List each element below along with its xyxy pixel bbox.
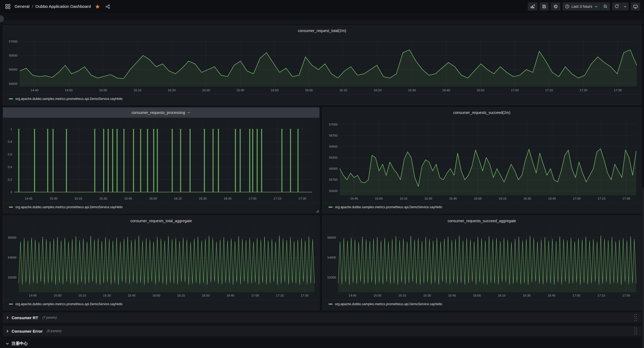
zoom-out-time-button[interactable] bbox=[601, 2, 610, 11]
svg-text:16:30: 16:30 bbox=[202, 294, 210, 297]
svg-text:56000: 56000 bbox=[327, 236, 336, 239]
panel-title-bar[interactable]: consumer_request_total(2m) bbox=[3, 26, 641, 36]
time-series-plot[interactable]: 14:4515:0015:1515:3015:4516:0016:1516:30… bbox=[3, 118, 319, 203]
svg-text:0.2: 0.2 bbox=[8, 178, 12, 181]
panel-title-bar[interactable]: consumer_requests_succeed_aggregate bbox=[323, 216, 641, 226]
save-icon bbox=[542, 4, 546, 9]
svg-text:16:45: 16:45 bbox=[548, 197, 556, 200]
panel-title: consumer_requests_succeed_aggregate bbox=[448, 219, 516, 223]
svg-text:17:30: 17:30 bbox=[614, 89, 622, 92]
svg-text:15:00: 15:00 bbox=[375, 197, 383, 200]
save-dashboard-button[interactable] bbox=[540, 2, 549, 11]
scrollbar-thumb[interactable] bbox=[642, 187, 644, 348]
svg-text:15:15: 15:15 bbox=[78, 294, 86, 297]
svg-text:16:15: 16:15 bbox=[498, 294, 506, 297]
svg-text:15:50: 15:50 bbox=[271, 89, 279, 92]
time-series-plot[interactable]: 14:4515:0015:1515:3015:4516:0016:1516:30… bbox=[3, 226, 319, 300]
svg-text:16:45: 16:45 bbox=[224, 197, 232, 200]
svg-text:17:20: 17:20 bbox=[580, 89, 587, 92]
svg-text:14:45: 14:45 bbox=[349, 294, 357, 297]
panel-title-bar[interactable]: consumer_requests_total_aggregate bbox=[3, 216, 319, 226]
panel-legend: org.apache.dubbo.samples.metrics.prometh… bbox=[323, 203, 641, 213]
dashboard-settings-button[interactable]: ⚙ bbox=[551, 2, 560, 11]
svg-text:15:15: 15:15 bbox=[74, 197, 82, 200]
apps-grid-icon[interactable] bbox=[4, 3, 11, 10]
star-icon[interactable] bbox=[94, 3, 101, 10]
chevron-down-icon bbox=[594, 5, 598, 8]
svg-text:15:30: 15:30 bbox=[99, 197, 107, 200]
share-icon[interactable] bbox=[104, 3, 111, 10]
svg-text:17:30: 17:30 bbox=[301, 294, 309, 297]
svg-text:16:00: 16:00 bbox=[474, 197, 482, 200]
drag-handle-icon[interactable] bbox=[633, 327, 638, 335]
svg-text:55500: 55500 bbox=[9, 82, 18, 85]
drag-handle-icon[interactable] bbox=[633, 314, 638, 322]
svg-text:17:15: 17:15 bbox=[598, 197, 605, 200]
row-registry-center[interactable]: 注册中心 bbox=[3, 339, 641, 348]
tv-icon bbox=[633, 4, 638, 9]
svg-text:0.4: 0.4 bbox=[8, 165, 12, 169]
row-title: Consumer Error bbox=[12, 329, 43, 333]
row-consumer-rt[interactable]: Consumer RT (7 panels) bbox=[3, 312, 641, 323]
svg-text:17:00: 17:00 bbox=[251, 294, 259, 297]
svg-text:0.6: 0.6 bbox=[8, 153, 12, 156]
svg-text:56000: 56000 bbox=[8, 236, 16, 239]
svg-text:57000: 57000 bbox=[9, 40, 18, 43]
vertical-scrollbar[interactable] bbox=[642, 13, 644, 348]
svg-text:15:30: 15:30 bbox=[202, 89, 210, 92]
svg-text:15:45: 15:45 bbox=[448, 294, 456, 297]
svg-text:56750: 56750 bbox=[329, 134, 338, 137]
svg-text:55750: 55750 bbox=[329, 178, 338, 181]
time-series-plot[interactable]: 14:4014:5015:0015:1015:2015:3015:4015:50… bbox=[3, 36, 641, 95]
panel-title: consumer_requests_succeed(2m) bbox=[453, 110, 511, 115]
panel-legend: org.apache.dubbo.samples.metrics.prometh… bbox=[3, 95, 641, 105]
svg-text:56500: 56500 bbox=[329, 145, 338, 148]
panel-consumer-requests-succeed: consumer_requests_succeed(2m) 14:4515:00… bbox=[322, 107, 641, 213]
legend-series-label[interactable]: org.apache.dubbo.samples.metrics.prometh… bbox=[15, 302, 123, 306]
panel-legend: org.apache.dubbo.samples.metrics.prometh… bbox=[3, 300, 319, 310]
svg-text:15:10: 15:10 bbox=[133, 89, 141, 92]
svg-text:16:00: 16:00 bbox=[149, 197, 157, 200]
row-panel-count: (7 panels) bbox=[42, 316, 57, 319]
settings-gear-icon: ⚙ bbox=[553, 4, 558, 9]
add-panel-button[interactable] bbox=[528, 2, 537, 11]
svg-text:15:20: 15:20 bbox=[168, 89, 176, 92]
clipped-panel-top-edge bbox=[4, 20, 641, 24]
svg-text:0: 0 bbox=[11, 190, 12, 194]
time-series-plot[interactable]: 14:4515:0015:1515:3015:4516:0016:1516:30… bbox=[323, 226, 641, 300]
breadcrumb-folder[interactable]: General bbox=[15, 4, 29, 9]
svg-text:17:15: 17:15 bbox=[273, 197, 281, 200]
panel-consumer-request-total: consumer_request_total(2m) 14:4014:5015:… bbox=[3, 25, 641, 105]
svg-text:15:15: 15:15 bbox=[398, 294, 406, 297]
svg-text:16:15: 16:15 bbox=[177, 294, 185, 297]
svg-text:17:00: 17:00 bbox=[249, 197, 256, 200]
row-consumer-error[interactable]: Consumer Error (5 panels) bbox=[3, 326, 641, 336]
svg-text:14:45: 14:45 bbox=[350, 197, 358, 200]
time-series-plot[interactable]: 14:4515:0015:1515:3015:4516:0016:1516:30… bbox=[323, 118, 641, 203]
svg-text:15:00: 15:00 bbox=[99, 89, 107, 92]
row-panel-count: (5 panels) bbox=[47, 329, 61, 333]
legend-series-label[interactable]: org.apache.dubbo.samples.metrics.prometh… bbox=[335, 302, 442, 306]
refresh-interval-dropdown[interactable] bbox=[622, 2, 629, 11]
legend-series-label[interactable]: org.apache.dubbo.samples.metrics.prometh… bbox=[15, 97, 123, 101]
svg-text:16:20: 16:20 bbox=[374, 89, 382, 92]
refresh-icon bbox=[615, 4, 619, 9]
time-range-picker[interactable]: Last 3 hours bbox=[563, 2, 601, 11]
legend-series-label[interactable]: org.apache.dubbo.samples.metrics.prometh… bbox=[15, 205, 123, 209]
cycle-view-mode-button[interactable] bbox=[631, 2, 640, 11]
panel-title-bar[interactable]: consumer_requests_succeed(2m) bbox=[323, 107, 641, 118]
legend-series-swatch bbox=[9, 304, 13, 305]
page-title: Dubbo Application Dashboard bbox=[35, 4, 91, 9]
svg-text:0.8: 0.8 bbox=[8, 140, 12, 143]
panel-menu-chevron-icon[interactable] bbox=[187, 111, 191, 114]
refresh-button[interactable] bbox=[612, 2, 621, 11]
panel-title-bar[interactable]: consumer_requests_processing bbox=[3, 107, 319, 118]
svg-text:16:15: 16:15 bbox=[499, 197, 506, 200]
panel-resize-handle[interactable] bbox=[316, 210, 318, 212]
panel-title: consumer_requests_total_aggregate bbox=[130, 219, 192, 223]
svg-text:15:00: 15:00 bbox=[374, 294, 381, 297]
svg-text:16:45: 16:45 bbox=[227, 294, 234, 297]
svg-text:15:15: 15:15 bbox=[400, 197, 407, 200]
legend-series-label[interactable]: org.apache.dubbo.samples.metrics.prometh… bbox=[335, 205, 442, 209]
panel-consumer-requests-processing: consumer_requests_processing 14:4515:001… bbox=[3, 107, 320, 213]
